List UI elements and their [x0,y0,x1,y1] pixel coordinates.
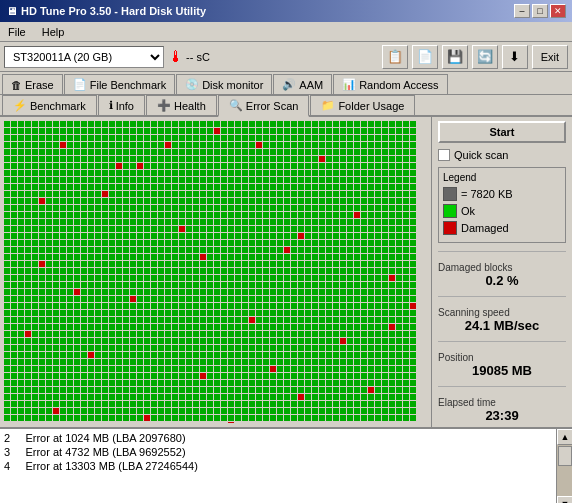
stat-scanning-speed: Scanning speed 24.1 MB/sec [438,307,566,333]
tab-disk-monitor[interactable]: 💿 Disk monitor [176,74,272,94]
legend-box: Legend = 7820 KB Ok Damaged [438,167,566,243]
info-icon: ℹ [109,99,113,112]
divider-3 [438,341,566,342]
legend-color-size [443,187,457,201]
tab-file-benchmark-label: File Benchmark [90,79,166,91]
toolbar-btn-3[interactable]: 💾 [442,45,468,69]
file-benchmark-icon: 📄 [73,78,87,91]
stat-position: Position 19085 MB [438,352,566,378]
tab-random-access[interactable]: 📊 Random Access [333,74,447,94]
log-area: 2 Error at 1024 MB (LBA 2097680) 3 Error… [0,427,572,503]
menu-help[interactable]: Help [38,25,69,39]
disk-monitor-icon: 💿 [185,78,199,91]
tab-health-label: Health [174,100,206,112]
right-panel: Start Quick scan Legend = 7820 KB Ok Dam… [432,117,572,427]
maximize-button[interactable]: □ [532,4,548,18]
damaged-blocks-label: Damaged blocks [438,262,566,273]
title-bar-left: 🖥 HD Tune Pro 3.50 - Hard Disk Utility [6,5,206,17]
disk-selector[interactable]: ST320011A (20 GB) [4,46,164,68]
temperature-display: 🌡 -- sC [168,48,210,66]
toolbar-btn-5[interactable]: ⬇ [502,45,528,69]
scanning-speed-label: Scanning speed [438,307,566,318]
menu-file[interactable]: File [4,25,30,39]
benchmark-icon: ⚡ [13,99,27,112]
thermometer-icon: 🌡 [168,48,184,66]
tab-benchmark[interactable]: ⚡ Benchmark [2,95,97,115]
log-row-1: 3 Error at 4732 MB (LBA 9692552) [4,445,552,459]
log-text-2: Error at 13303 MB (LBA 27246544) [25,460,197,472]
temperature-value: -- sC [186,51,210,63]
aam-icon: 🔊 [282,78,296,91]
position-label: Position [438,352,566,363]
log-row-0: 2 Error at 1024 MB (LBA 2097680) [4,431,552,445]
tab-info[interactable]: ℹ Info [98,95,145,115]
health-icon: ➕ [157,99,171,112]
log-num-0: 2 [4,432,10,444]
log-text-0: Error at 1024 MB (LBA 2097680) [25,432,185,444]
elapsed-time-label: Elapsed time [438,397,566,408]
log-num-2: 4 [4,460,10,472]
tab-error-scan[interactable]: 🔍 Error Scan [218,95,310,117]
title-bar-buttons: – □ ✕ [514,4,566,18]
app-icon: 🖥 [6,5,17,17]
tab-bar-bottom: ⚡ Benchmark ℹ Info ➕ Health 🔍 Error Scan… [0,95,572,117]
legend-size-label: = 7820 KB [461,188,513,200]
folder-usage-icon: 📁 [321,99,335,112]
tab-erase[interactable]: 🗑 Erase [2,74,63,94]
scroll-up-button[interactable]: ▲ [557,429,572,445]
log-content: 2 Error at 1024 MB (LBA 2097680) 3 Error… [0,429,556,503]
tab-bar-top: 🗑 Erase 📄 File Benchmark 💿 Disk monitor … [0,72,572,95]
tab-folder-usage[interactable]: 📁 Folder Usage [310,95,415,115]
legend-color-ok [443,204,457,218]
tab-aam[interactable]: 🔊 AAM [273,74,332,94]
minimize-button[interactable]: – [514,4,530,18]
toolbar: ST320011A (20 GB) 🌡 -- sC 📋 📄 💾 🔄 ⬇ Exit [0,42,572,72]
damaged-blocks-value: 0.2 % [438,273,566,288]
legend-item-size: = 7820 KB [443,187,561,201]
divider-1 [438,251,566,252]
close-button[interactable]: ✕ [550,4,566,18]
toolbar-btn-1[interactable]: 📋 [382,45,408,69]
disk-grid-canvas [4,121,422,423]
legend-ok-label: Ok [461,205,475,217]
scroll-track [557,445,572,496]
toolbar-btn-2[interactable]: 📄 [412,45,438,69]
stat-damaged-blocks: Damaged blocks 0.2 % [438,262,566,288]
tab-error-scan-label: Error Scan [246,100,299,112]
log-num-1: 3 [4,446,10,458]
toolbar-btn-4[interactable]: 🔄 [472,45,498,69]
legend-item-damaged: Damaged [443,221,561,235]
tab-random-access-label: Random Access [359,79,438,91]
error-scan-icon: 🔍 [229,99,243,112]
grid-area [0,117,432,427]
log-row-2: 4 Error at 13303 MB (LBA 27246544) [4,459,552,473]
menu-bar: File Help [0,22,572,42]
stat-elapsed-time: Elapsed time 23:39 [438,397,566,423]
tab-erase-label: Erase [25,79,54,91]
log-scrollbar: ▲ ▼ [556,429,572,503]
erase-icon: 🗑 [11,79,22,91]
tab-benchmark-label: Benchmark [30,100,86,112]
divider-4 [438,386,566,387]
elapsed-time-value: 23:39 [438,408,566,423]
quick-scan-label: Quick scan [454,149,508,161]
exit-button[interactable]: Exit [532,45,568,69]
main-content: Start Quick scan Legend = 7820 KB Ok Dam… [0,117,572,427]
legend-damaged-label: Damaged [461,222,509,234]
quick-scan-checkbox[interactable] [438,149,450,161]
tab-folder-usage-label: Folder Usage [338,100,404,112]
title-bar: 🖥 HD Tune Pro 3.50 - Hard Disk Utility –… [0,0,572,22]
start-button[interactable]: Start [438,121,566,143]
log-text-1: Error at 4732 MB (LBA 9692552) [25,446,185,458]
divider-2 [438,296,566,297]
window-title: HD Tune Pro 3.50 - Hard Disk Utility [21,5,206,17]
tab-health[interactable]: ➕ Health [146,95,217,115]
position-value: 19085 MB [438,363,566,378]
scroll-thumb[interactable] [558,446,572,466]
legend-title: Legend [443,172,561,183]
quick-scan-row: Quick scan [438,149,566,161]
tab-aam-label: AAM [299,79,323,91]
tab-disk-monitor-label: Disk monitor [202,79,263,91]
tab-file-benchmark[interactable]: 📄 File Benchmark [64,74,175,94]
scroll-down-button[interactable]: ▼ [557,496,572,503]
